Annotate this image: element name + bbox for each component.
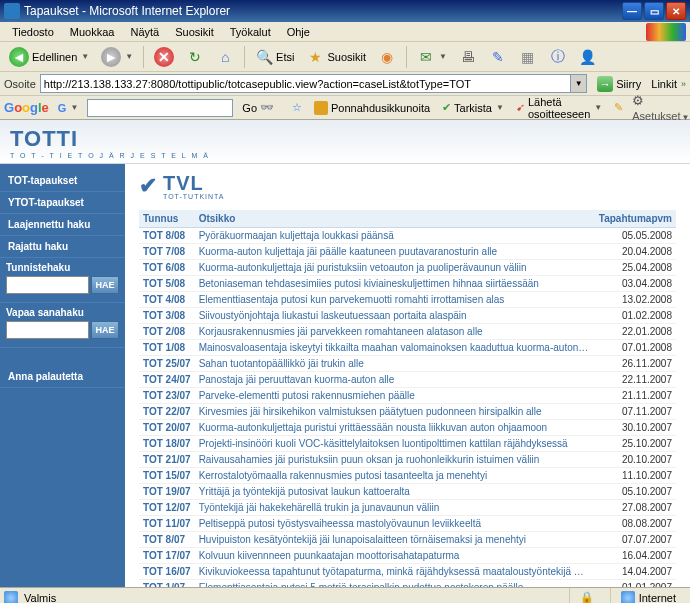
links-label[interactable]: Linkit bbox=[651, 78, 677, 90]
case-title[interactable]: Projekti-insinööri kuoli VOC-käsittelyla… bbox=[195, 436, 595, 452]
case-id[interactable]: TOT 3/08 bbox=[139, 308, 195, 324]
table-row[interactable]: TOT 21/07Raivausahamies jäi puristuksiin… bbox=[139, 452, 676, 468]
case-title[interactable]: Kolvuun kiivennneen puunkaatajan moottor… bbox=[195, 548, 595, 564]
case-title[interactable]: Mainosvaloasentaja iskeytyi tikkailta ma… bbox=[195, 340, 595, 356]
menu-favorites[interactable]: Suosikit bbox=[167, 24, 222, 40]
address-input[interactable] bbox=[40, 74, 587, 93]
case-title[interactable]: Betoniaseman tehdasesimiies putosi kivia… bbox=[195, 276, 595, 292]
google-search-input[interactable] bbox=[87, 99, 233, 117]
case-id[interactable]: TOT 25/07 bbox=[139, 356, 195, 372]
case-id[interactable]: TOT 7/08 bbox=[139, 244, 195, 260]
table-row[interactable]: TOT 4/08Elementtiasentaja putosi kun par… bbox=[139, 292, 676, 308]
table-row[interactable]: TOT 17/07Kolvuun kiivennneen puunkaataja… bbox=[139, 548, 676, 564]
case-id[interactable]: TOT 4/08 bbox=[139, 292, 195, 308]
sidebar-extended-search[interactable]: Laajennettu haku bbox=[0, 214, 125, 236]
table-row[interactable]: TOT 22/07Kirvesmies jäi hirsikehikon val… bbox=[139, 404, 676, 420]
case-id[interactable]: TOT 5/08 bbox=[139, 276, 195, 292]
research-button[interactable]: ⓘ bbox=[544, 45, 572, 69]
case-title[interactable]: Huvipuiston kesätyöntekijä jäi lunapoisa… bbox=[195, 532, 595, 548]
case-id[interactable]: TOT 8/08 bbox=[139, 228, 195, 244]
table-row[interactable]: TOT 6/08Kuorma-autonkuljettaja jäi puris… bbox=[139, 260, 676, 276]
table-row[interactable]: TOT 19/07Yrittäjä ja työntekijä putosiva… bbox=[139, 484, 676, 500]
case-id[interactable]: TOT 12/07 bbox=[139, 500, 195, 516]
table-row[interactable]: TOT 2/08Korjausrakennusmies jäi parvekke… bbox=[139, 324, 676, 340]
case-title[interactable]: Siivoustyönjohtaja liukastui laskeutuess… bbox=[195, 308, 595, 324]
links-chevron-icon[interactable]: » bbox=[681, 79, 686, 89]
case-title[interactable]: Pyöräkuormaajan kuljettaja loukkasi pään… bbox=[195, 228, 595, 244]
google-check-button[interactable]: ✔Tarkista▼ bbox=[439, 101, 507, 114]
case-title[interactable]: Raivausahamies jäi puristuksiin puun oks… bbox=[195, 452, 595, 468]
case-id[interactable]: TOT 11/07 bbox=[139, 516, 195, 532]
menu-tools[interactable]: Työkalut bbox=[222, 24, 279, 40]
sidebar-tot-cases[interactable]: TOT-tapaukset bbox=[0, 170, 125, 192]
google-settings-button[interactable]: ⚙ Asetukset▼ bbox=[632, 93, 689, 123]
sidebar-ytot-cases[interactable]: YTOT-tapaukset bbox=[0, 192, 125, 214]
favorites-button[interactable]: ★Suosikit bbox=[301, 45, 371, 69]
table-row[interactable]: TOT 3/08Siivoustyönjohtaja liukastui las… bbox=[139, 308, 676, 324]
case-id[interactable]: TOT 1/08 bbox=[139, 340, 195, 356]
case-title[interactable]: Parveke-elementti putosi rakennusmiehen … bbox=[195, 388, 595, 404]
case-title[interactable]: Korjausrakennusmies jäi parvekkeen romah… bbox=[195, 324, 595, 340]
menu-help[interactable]: Ohje bbox=[279, 24, 318, 40]
case-id[interactable]: TOT 19/07 bbox=[139, 484, 195, 500]
table-row[interactable]: TOT 24/07Panostaja jäi peruuttavan kuorm… bbox=[139, 372, 676, 388]
case-id[interactable]: TOT 1/07 bbox=[139, 580, 195, 588]
google-highlight-button[interactable]: ✎ bbox=[611, 101, 626, 114]
search-button[interactable]: 🔍Etsi bbox=[250, 45, 299, 69]
google-send-button[interactable]: ➹Lähetä osoitteeseen▼ bbox=[513, 96, 605, 120]
messenger-button[interactable]: 👤 bbox=[574, 45, 602, 69]
media-button[interactable]: ◉ bbox=[373, 45, 401, 69]
edit-button[interactable]: ✎ bbox=[484, 45, 512, 69]
id-search-button[interactable]: HAE bbox=[91, 276, 119, 294]
home-button[interactable]: ⌂ bbox=[211, 45, 239, 69]
stop-button[interactable]: ✕ bbox=[149, 45, 179, 69]
history-button[interactable]: ✉▼ bbox=[412, 45, 452, 69]
case-id[interactable]: TOT 22/07 bbox=[139, 404, 195, 420]
minimize-button[interactable]: ― bbox=[622, 2, 642, 20]
google-menu[interactable]: G▼ bbox=[55, 102, 81, 114]
main-panel[interactable]: ✔ TVL TOT-TUTKINTA Tunnus Otsikko Tapaht… bbox=[125, 120, 690, 587]
case-id[interactable]: TOT 24/07 bbox=[139, 372, 195, 388]
menu-view[interactable]: Näytä bbox=[122, 24, 167, 40]
free-search-input[interactable] bbox=[6, 321, 89, 339]
table-row[interactable]: TOT 8/08Pyöräkuormaajan kuljettaja loukk… bbox=[139, 228, 676, 244]
case-title[interactable]: Kirvesmies jäi hirsikehikon valmistuksen… bbox=[195, 404, 595, 420]
case-title[interactable]: Työntekijä jäi hakekehärellä trukin ja j… bbox=[195, 500, 595, 516]
refresh-button[interactable]: ↻ bbox=[181, 45, 209, 69]
case-title[interactable]: Elementtiasentaja putosi 5 metriä terasi… bbox=[195, 580, 595, 588]
col-title[interactable]: Otsikko bbox=[195, 210, 595, 228]
case-title[interactable]: Elementtiasentaja putosi kun parvekemuot… bbox=[195, 292, 595, 308]
case-title[interactable]: Kerrostalotyömaalla rakennusmies putosi … bbox=[195, 468, 595, 484]
print-button[interactable]: 🖶 bbox=[454, 45, 482, 69]
case-title[interactable]: Kuorma-autonkuljettaja puristui yrittäes… bbox=[195, 420, 595, 436]
site-logo[interactable]: TOTTI T O T - T I E T O J Ä R J E S T E … bbox=[10, 126, 210, 159]
case-title[interactable]: Sahan tuotantopäällikkö jäi trukin alle bbox=[195, 356, 595, 372]
table-row[interactable]: TOT 11/07Peltiseppä putosi työstysvaihee… bbox=[139, 516, 676, 532]
menu-file[interactable]: Tiedosto bbox=[4, 24, 62, 40]
sidebar-feedback[interactable]: Anna palautetta bbox=[0, 366, 125, 388]
table-row[interactable]: TOT 1/07Elementtiasentaja putosi 5 metri… bbox=[139, 580, 676, 588]
table-row[interactable]: TOT 8/07Huvipuiston kesätyöntekijä jäi l… bbox=[139, 532, 676, 548]
case-id[interactable]: TOT 16/07 bbox=[139, 564, 195, 580]
case-id[interactable]: TOT 15/07 bbox=[139, 468, 195, 484]
back-button[interactable]: ◄Edellinen▼ bbox=[4, 45, 94, 69]
id-search-input[interactable] bbox=[6, 276, 89, 294]
table-row[interactable]: TOT 18/07Projekti-insinööri kuoli VOC-kä… bbox=[139, 436, 676, 452]
google-go-button[interactable]: Go👓 bbox=[239, 101, 277, 114]
case-id[interactable]: TOT 18/07 bbox=[139, 436, 195, 452]
menu-edit[interactable]: Muokkaa bbox=[62, 24, 123, 40]
go-button[interactable]: →Siirry bbox=[591, 74, 647, 94]
case-title[interactable]: Yrittäjä ja työntekijä putosivat laukun … bbox=[195, 484, 595, 500]
case-title[interactable]: Kivikuviokeessa tapahtunut työtapaturma,… bbox=[195, 564, 595, 580]
table-row[interactable]: TOT 1/08Mainosvaloasentaja iskeytyi tikk… bbox=[139, 340, 676, 356]
case-id[interactable]: TOT 2/08 bbox=[139, 324, 195, 340]
col-id[interactable]: Tunnus bbox=[139, 210, 195, 228]
maximize-button[interactable]: ▭ bbox=[644, 2, 664, 20]
google-popup-button[interactable]: Ponnahdusikkunoita bbox=[311, 101, 433, 115]
table-row[interactable]: TOT 16/07Kivikuviokeessa tapahtunut työt… bbox=[139, 564, 676, 580]
case-id[interactable]: TOT 6/08 bbox=[139, 260, 195, 276]
case-id[interactable]: TOT 23/07 bbox=[139, 388, 195, 404]
discuss-button[interactable]: ▦ bbox=[514, 45, 542, 69]
free-search-button[interactable]: HAE bbox=[91, 321, 119, 339]
case-id[interactable]: TOT 8/07 bbox=[139, 532, 195, 548]
